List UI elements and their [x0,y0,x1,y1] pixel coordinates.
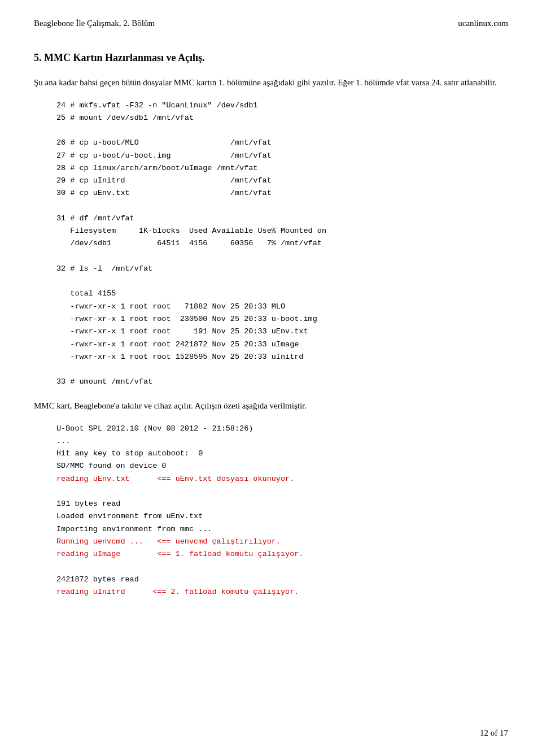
section-title: 5. MMC Kartın Hazırlanması ve Açılış. [34,50,508,66]
page-number: 12 of 17 [480,727,508,740]
page-header: Beaglebone İle Çalışmak, 2. Bölüm ucanli… [34,17,508,33]
paragraph-2: MMC kart, Beaglebone'a takılır ve cihaz … [34,399,508,412]
document-title: Beaglebone İle Çalışmak, 2. Bölüm [34,17,155,30]
site-url: ucanlinux.com [458,17,508,30]
page: Beaglebone İle Çalışmak, 2. Bölüm ucanli… [0,0,542,756]
intro-paragraph: Şu ana kadar bahsi geçen bütün dosyalar … [34,76,508,89]
code-block-2: U-Boot SPL 2012.10 (Nov 08 2012 - 21:58:… [56,423,508,599]
code-block-1: 24 # mkfs.vfat -F32 -n "UcanLinux" /dev/… [56,99,508,389]
